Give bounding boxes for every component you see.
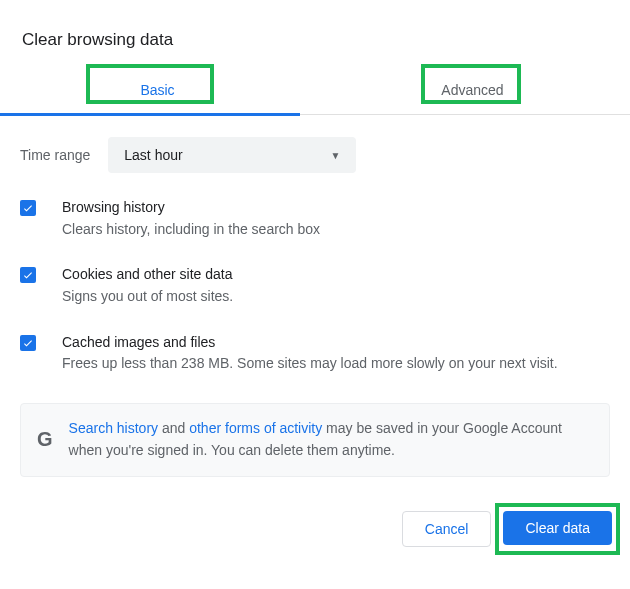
clear-data-button[interactable]: Clear data (503, 511, 612, 545)
option-title: Cookies and other site data (62, 264, 233, 286)
check-icon (22, 337, 34, 349)
chevron-down-icon: ▼ (330, 150, 340, 161)
other-activity-link[interactable]: other forms of activity (189, 420, 322, 436)
check-icon (22, 269, 34, 281)
tab-basic[interactable]: Basic (0, 68, 315, 114)
option-title: Browsing history (62, 197, 320, 219)
checkbox-cached[interactable] (20, 335, 36, 351)
google-g-icon: G (37, 424, 53, 455)
tab-basic-label: Basic (140, 82, 174, 98)
search-history-link[interactable]: Search history (69, 420, 158, 436)
notice-text: and (158, 420, 189, 436)
option-title: Cached images and files (62, 332, 558, 354)
tab-advanced[interactable]: Advanced (315, 68, 630, 114)
option-desc: Frees up less than 238 MB. Some sites ma… (62, 353, 558, 375)
checkbox-browsing-history[interactable] (20, 200, 36, 216)
option-desc: Signs you out of most sites. (62, 286, 233, 308)
dialog-title: Clear browsing data (0, 8, 630, 68)
check-icon (22, 202, 34, 214)
time-range-value: Last hour (124, 147, 182, 163)
tabs: Basic Advanced (0, 68, 630, 114)
cancel-button[interactable]: Cancel (402, 511, 492, 547)
time-range-select[interactable]: Last hour ▼ (108, 137, 356, 173)
time-range-label: Time range (20, 147, 90, 163)
option-desc: Clears history, including in the search … (62, 219, 320, 241)
google-notice: G Search history and other forms of acti… (20, 403, 610, 476)
checkbox-cookies[interactable] (20, 267, 36, 283)
tab-advanced-label: Advanced (441, 82, 503, 98)
